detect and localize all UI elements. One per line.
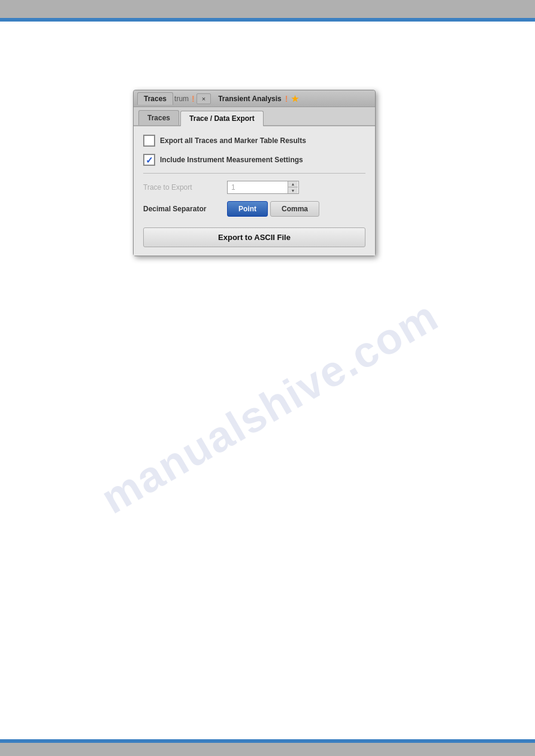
title-exclaim2: !: [285, 94, 288, 104]
export-all-row: Export all Traces and Marker Table Resul…: [143, 135, 365, 147]
title-star: ★: [291, 94, 299, 104]
export-all-label: Export all Traces and Marker Table Resul…: [160, 136, 306, 145]
spinner-down-button[interactable]: ▼: [288, 187, 298, 193]
title-tab-trum: trum: [174, 95, 189, 103]
spinner-arrows: ▲ ▼: [288, 181, 298, 193]
checkmark-icon: ✓: [146, 156, 153, 165]
decimal-separator-buttons: Point Comma: [227, 201, 319, 217]
include-instrument-checkbox-area: ✓ Include Instrument Measurement Setting…: [143, 154, 303, 166]
tab-traces[interactable]: Traces: [138, 110, 179, 125]
divider: [143, 173, 365, 174]
trace-to-export-input[interactable]: 1: [228, 181, 288, 193]
top-bar-blue-line: [0, 18, 535, 22]
top-bar: [0, 0, 535, 18]
title-close-button[interactable]: ×: [197, 93, 211, 104]
trace-to-export-row: Trace to Export 1 ▲ ▼: [143, 181, 365, 194]
bottom-bar: [0, 743, 535, 756]
title-exclaim1: !: [192, 94, 195, 104]
decimal-separator-label: Decimal Separator: [143, 205, 227, 213]
comma-button[interactable]: Comma: [270, 201, 319, 217]
tab-trace-data-export[interactable]: Trace / Data Export: [180, 111, 264, 126]
trace-to-export-label: Trace to Export: [143, 183, 227, 192]
include-instrument-checkbox[interactable]: ✓: [143, 154, 155, 166]
watermark: manualshive.com: [80, 229, 459, 585]
dialog-body: Export all Traces and Marker Table Resul…: [134, 126, 375, 256]
spinner-up-button[interactable]: ▲: [288, 181, 298, 187]
title-tab-traces[interactable]: Traces: [137, 92, 173, 105]
decimal-separator-row: Decimal Separator Point Comma: [143, 201, 365, 217]
export-all-checkbox-area: Export all Traces and Marker Table Resul…: [143, 135, 306, 147]
include-instrument-row: ✓ Include Instrument Measurement Setting…: [143, 154, 365, 166]
title-text: Transient Analysis: [218, 95, 282, 103]
trace-to-export-spinner[interactable]: 1 ▲ ▼: [227, 181, 299, 194]
export-all-checkbox[interactable]: [143, 135, 155, 147]
point-button[interactable]: Point: [227, 201, 268, 217]
include-instrument-label: Include Instrument Measurement Settings: [160, 156, 303, 164]
dialog-window: Traces trum ! × Transient Analysis ! ★ T…: [133, 90, 376, 256]
tab-row: Traces Trace / Data Export: [134, 107, 375, 126]
export-ascii-button[interactable]: Export to ASCII File: [143, 227, 365, 247]
title-bar: Traces trum ! × Transient Analysis ! ★: [134, 90, 375, 107]
watermark-text: manualshive.com: [93, 291, 446, 523]
